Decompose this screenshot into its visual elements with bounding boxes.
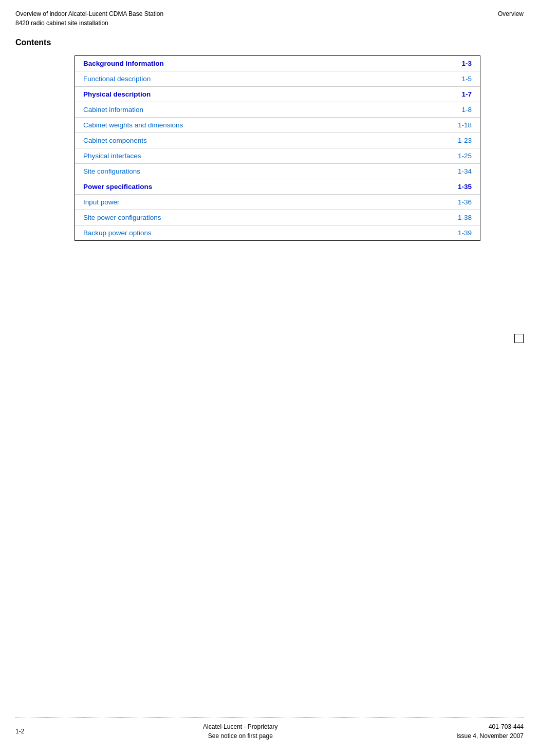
toc-label: Cabinet weights and dimensions	[83, 121, 183, 129]
toc-page: 1-25	[451, 152, 472, 160]
toc-label: Physical interfaces	[83, 152, 141, 160]
toc-page: 1-18	[451, 121, 472, 129]
toc-label: Power specifications	[83, 183, 152, 191]
toc-page: 1-38	[451, 214, 472, 221]
toc-row[interactable]: Backup power options1-39	[75, 225, 480, 240]
footer-center: Alcatel-Lucent - Proprietary See notice …	[203, 722, 277, 741]
toc-table: Background information1-3Functional desc…	[75, 55, 480, 241]
toc-row[interactable]: Power specifications1-35	[75, 179, 480, 194]
footer-content: 1-2 Alcatel-Lucent - Proprietary See not…	[15, 722, 524, 741]
contents-title: Contents	[15, 38, 524, 47]
toc-label: Cabinet components	[83, 137, 147, 144]
page-corner-box	[514, 334, 524, 343]
toc-row[interactable]: Cabinet weights and dimensions1-18	[75, 118, 480, 133]
toc-row[interactable]: Cabinet components1-23	[75, 133, 480, 148]
footer-right: 401-703-444 Issue 4, November 2007	[456, 722, 524, 741]
toc-label: Background information	[83, 60, 164, 67]
toc-page: 1-8	[451, 106, 472, 114]
toc-row[interactable]: Background information1-3	[75, 56, 480, 71]
toc-page: 1-23	[451, 137, 472, 144]
footer-divider	[15, 717, 524, 718]
page-header: Overview of indoor Alcatel-Lucent CDMA B…	[0, 0, 539, 33]
toc-page: 1-3	[451, 60, 472, 67]
contents-section: Contents Background information1-3Functi…	[0, 33, 539, 261]
toc-row[interactable]: Functional description1-5	[75, 71, 480, 86]
toc-page: 1-34	[451, 167, 472, 175]
header-title-line2: 8420 radio cabinet site installation	[15, 18, 163, 28]
toc-page: 1-5	[451, 75, 472, 83]
page-footer: 1-2 Alcatel-Lucent - Proprietary See not…	[0, 717, 539, 741]
toc-label: Input power	[83, 198, 120, 206]
toc-label: Functional description	[83, 75, 151, 83]
toc-row[interactable]: Site power configurations1-38	[75, 210, 480, 225]
header-right: Overview	[498, 9, 524, 18]
toc-row[interactable]: Physical interfaces1-25	[75, 148, 480, 163]
footer-center-line1: Alcatel-Lucent - Proprietary	[203, 722, 277, 731]
header-section-label: Overview	[498, 9, 524, 18]
toc-page: 1-36	[451, 198, 472, 206]
toc-label: Cabinet information	[83, 106, 143, 114]
toc-label: Physical description	[83, 90, 151, 98]
toc-label: Site power configurations	[83, 214, 161, 221]
toc-row[interactable]: Cabinet information1-8	[75, 102, 480, 117]
toc-row[interactable]: Site configurations1-34	[75, 164, 480, 179]
toc-row[interactable]: Physical description1-7	[75, 87, 480, 102]
toc-row[interactable]: Input power1-36	[75, 195, 480, 210]
footer-doc-number: 401-703-444	[456, 722, 524, 731]
footer-issue: Issue 4, November 2007	[456, 731, 524, 741]
toc-page: 1-7	[451, 90, 472, 98]
header-title-line1: Overview of indoor Alcatel-Lucent CDMA B…	[15, 9, 163, 18]
toc-label: Backup power options	[83, 229, 152, 237]
footer-page-number: 1-2	[15, 728, 24, 735]
toc-page: 1-39	[451, 229, 472, 237]
footer-center-line2: See notice on first page	[203, 731, 277, 741]
header-left: Overview of indoor Alcatel-Lucent CDMA B…	[15, 9, 163, 28]
toc-page: 1-35	[451, 183, 472, 191]
toc-label: Site configurations	[83, 167, 140, 175]
